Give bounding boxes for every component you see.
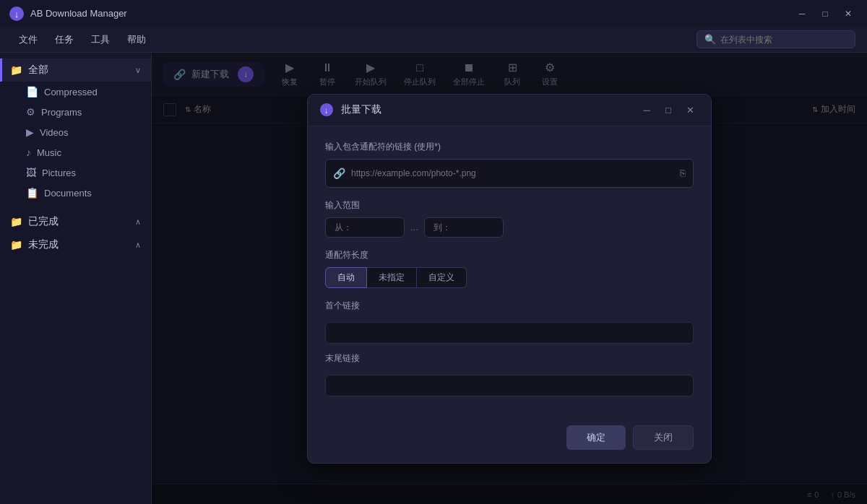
incomplete-chevron-icon: ∧ (135, 240, 141, 250)
wildcard-label: 通配符长度 (325, 249, 694, 261)
search-input[interactable] (720, 35, 847, 45)
range-label: 输入范围 (325, 199, 694, 212)
sidebar-item-all[interactable]: 📁 全部 ∨ (0, 58, 151, 82)
range-from-input[interactable] (325, 217, 405, 238)
sidebar-pictures-label: Pictures (42, 168, 76, 178)
titlebar-left: ↓ AB Download Manager (9, 6, 127, 22)
url-input[interactable] (351, 160, 674, 187)
svg-text:↓: ↓ (14, 9, 20, 19)
folder-icon: 📁 (10, 64, 22, 76)
dialog-minimize-button[interactable]: ─ (637, 102, 656, 118)
sidebar-item-pictures[interactable]: 🖼 Pictures (0, 162, 151, 183)
last-link-label: 末尾链接 (325, 352, 694, 365)
menu-file[interactable]: 文件 (12, 30, 45, 49)
range-dots: ... (410, 222, 418, 233)
first-link-label: 首个链接 (325, 300, 694, 312)
dialog-footer: 确定 关闭 (308, 417, 711, 463)
app-logo-icon: ↓ (9, 6, 25, 22)
sidebar-item-videos[interactable]: ▶ Videos (0, 122, 151, 142)
documents-icon: 📋 (26, 187, 38, 199)
ok-button[interactable]: 确定 (566, 425, 626, 450)
dialog-maximize-button[interactable]: □ (659, 102, 678, 118)
dialog-title-controls: ─ □ ✕ (637, 102, 699, 118)
range-to-input[interactable] (424, 217, 504, 238)
titlebar: ↓ AB Download Manager ─ □ ✕ (0, 0, 867, 27)
sidebar-all-label: 全部 (28, 64, 48, 77)
programs-icon: ⚙ (26, 106, 35, 118)
sidebar: 📁 全部 ∨ 📄 Compressed ⚙ Programs ▶ Videos … (0, 53, 152, 504)
wildcard-section: 通配符长度 自动 未指定 自定义 (325, 249, 694, 288)
wc-auto-button[interactable]: 自动 (325, 267, 367, 288)
modal-overlay: ↓ 批量下载 ─ □ ✕ 输入包含通配符的链接 (使用*) 🔗 (152, 53, 867, 504)
wc-unspecified-button[interactable]: 未指定 (367, 267, 417, 288)
menubar: 文件 任务 工具 帮助 🔍 (0, 27, 867, 53)
completed-chevron-icon: ∧ (135, 217, 141, 227)
url-input-wrap: 🔗 ⎘ (325, 159, 694, 188)
close-dialog-button[interactable]: 关闭 (633, 425, 694, 450)
completed-folder-icon: 📁 (10, 216, 22, 227)
sidebar-compressed-label: Compressed (44, 87, 98, 97)
dialog-logo-icon: ↓ (319, 103, 334, 117)
compressed-icon: 📄 (26, 86, 38, 97)
sidebar-videos-label: Videos (40, 127, 69, 138)
dialog-title: 批量下载 (341, 103, 381, 116)
titlebar-controls: ─ □ ✕ (792, 6, 858, 22)
videos-icon: ▶ (26, 126, 34, 138)
range-row: ... (325, 217, 694, 238)
close-button[interactable]: ✕ (838, 6, 858, 22)
search-icon: 🔍 (704, 34, 716, 45)
menu-task[interactable]: 任务 (48, 30, 81, 49)
pictures-icon: 🖼 (26, 167, 36, 178)
wc-custom-button[interactable]: 自定义 (417, 267, 467, 288)
content-area: 🔗 新建下载 ↓ ▶ 恢复 ⏸ 暂停 ▶ 开始队列 □ 停止队列 ⏹ (152, 53, 867, 504)
incomplete-folder-icon: 📁 (10, 239, 22, 251)
dialog-close-button[interactable]: ✕ (681, 102, 699, 118)
last-link-section: 末尾链接 (325, 352, 694, 396)
first-link-input[interactable] (325, 322, 694, 344)
url-link-icon: 🔗 (333, 168, 345, 179)
sidebar-item-documents[interactable]: 📋 Documents (0, 183, 151, 203)
first-link-section: 首个链接 (325, 300, 694, 344)
sidebar-music-label: Music (37, 147, 61, 158)
sidebar-item-completed[interactable]: 📁 已完成 ∧ (0, 210, 151, 233)
sidebar-item-compressed[interactable]: 📄 Compressed (0, 82, 151, 102)
dialog-titlebar: ↓ 批量下载 ─ □ ✕ (308, 95, 711, 126)
sidebar-completed-label: 已完成 (28, 215, 59, 228)
menu-tools[interactable]: 工具 (84, 30, 117, 49)
range-section: 输入范围 ... (325, 199, 694, 238)
main-layout: 📁 全部 ∨ 📄 Compressed ⚙ Programs ▶ Videos … (0, 53, 867, 504)
chevron-down-icon: ∨ (135, 66, 141, 75)
dialog-body: 输入包含通配符的链接 (使用*) 🔗 ⎘ 输入范围 ... (308, 126, 711, 417)
maximize-button[interactable]: □ (815, 6, 835, 22)
sidebar-item-music[interactable]: ♪ Music (0, 142, 151, 162)
menu-help[interactable]: 帮助 (120, 30, 153, 49)
sidebar-documents-label: Documents (44, 188, 92, 199)
sidebar-programs-label: Programs (41, 107, 82, 118)
batch-download-dialog: ↓ 批量下载 ─ □ ✕ 输入包含通配符的链接 (使用*) 🔗 (307, 94, 712, 464)
sidebar-item-programs[interactable]: ⚙ Programs (0, 102, 151, 122)
wildcard-options: 自动 未指定 自定义 (325, 267, 694, 288)
search-bar[interactable]: 🔍 (696, 30, 855, 48)
url-field-label: 输入包含通配符的链接 (使用*) (325, 141, 694, 153)
svg-text:↓: ↓ (324, 105, 329, 116)
last-link-input[interactable] (325, 375, 694, 396)
minimize-button[interactable]: ─ (792, 6, 812, 22)
sidebar-item-incomplete[interactable]: 📁 未完成 ∧ (0, 233, 151, 256)
sidebar-incomplete-label: 未完成 (28, 238, 59, 251)
music-icon: ♪ (26, 147, 31, 158)
copy-icon[interactable]: ⎘ (680, 168, 686, 178)
app-title: AB Download Manager (30, 8, 127, 19)
